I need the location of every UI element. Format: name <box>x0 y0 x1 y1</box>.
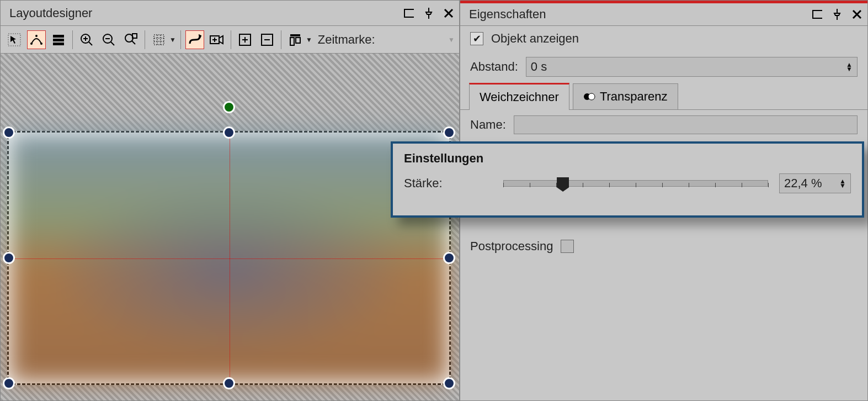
align-dropdown-icon[interactable]: ▼ <box>306 36 312 44</box>
strength-slider[interactable] <box>503 174 768 193</box>
remove-frame-button[interactable] <box>258 30 276 49</box>
window-float-icon[interactable] <box>404 8 414 18</box>
distance-row: Abstand: 0 s ▲▼ <box>460 51 867 82</box>
zoom-fit-button[interactable] <box>121 30 140 49</box>
strength-label: Stärke: <box>404 176 492 191</box>
resize-handle-mr[interactable] <box>443 252 455 264</box>
distance-field[interactable]: 0 s ▲▼ <box>526 57 858 77</box>
toolbar-separator <box>231 30 231 49</box>
strength-row: Stärke: 22,4 % ▲▼ <box>404 173 851 193</box>
layoutdesigner-header: Layoutdesigner <box>1 1 459 26</box>
svg-point-2 <box>30 43 33 45</box>
settings-popup-title: Einstellungen <box>404 151 851 166</box>
distance-label: Abstand: <box>470 60 518 74</box>
spinner-arrows-icon[interactable]: ▲▼ <box>846 62 853 71</box>
toolbar-overflow-icon[interactable]: ▼ <box>448 36 455 44</box>
motion-path-button[interactable] <box>185 30 204 49</box>
toolbar-separator <box>145 30 145 49</box>
add-frame-button[interactable] <box>236 30 254 49</box>
resize-handle-tc[interactable] <box>223 126 235 139</box>
properties-title: Eigenschaften <box>469 7 546 22</box>
resize-handle-tl[interactable] <box>3 126 15 139</box>
close-icon[interactable] <box>444 8 454 18</box>
pin-icon[interactable] <box>832 9 842 19</box>
layers-tool-button[interactable] <box>49 30 68 49</box>
window-float-icon[interactable] <box>812 9 822 19</box>
tab-transparenz[interactable]: Transparenz <box>573 83 678 109</box>
rotation-handle[interactable] <box>223 101 235 113</box>
toolbar-separator <box>180 30 181 49</box>
effect-tabs: Weichzeichner Transparenz <box>460 82 867 110</box>
transparency-icon <box>583 92 595 102</box>
name-row: Name: <box>460 110 867 140</box>
grid-button[interactable] <box>150 30 168 49</box>
postprocessing-checkbox[interactable] <box>561 240 574 253</box>
tab-transparenz-label: Transparenz <box>600 89 668 104</box>
slider-ticks <box>503 183 768 188</box>
zoom-in-button[interactable] <box>77 30 96 49</box>
properties-window-controls <box>812 9 862 19</box>
resize-handle-bl[interactable] <box>3 377 15 389</box>
svg-point-20 <box>588 93 595 100</box>
svg-rect-15 <box>290 34 300 36</box>
camera-button[interactable] <box>207 30 226 49</box>
postprocessing-label: Postprocessing <box>470 239 553 254</box>
strength-value-field[interactable]: 22,4 % ▲▼ <box>779 173 851 193</box>
svg-point-4 <box>35 35 38 37</box>
show-object-checkbox[interactable]: ✔ <box>470 32 483 45</box>
show-object-row: ✔ Objekt anzeigen <box>460 26 867 51</box>
svg-rect-18 <box>813 10 822 18</box>
selected-object[interactable] <box>7 131 451 385</box>
resize-handle-br[interactable] <box>443 377 455 389</box>
layoutdesigner-title: Layoutdesigner <box>9 6 92 20</box>
center-guide-vertical <box>230 133 230 383</box>
timemark-label: Zeitmarke: <box>318 33 375 47</box>
align-button[interactable] <box>286 30 305 49</box>
toolbar-separator <box>72 30 73 49</box>
svg-rect-5 <box>53 35 64 38</box>
toolbar-separator <box>281 30 281 49</box>
postprocessing-row: Postprocessing <box>460 234 867 259</box>
svg-rect-17 <box>296 38 300 43</box>
settings-popup[interactable]: Einstellungen Stärke: 22,4 % ▲▼ <box>391 141 864 218</box>
name-label: Name: <box>470 118 506 132</box>
grid-dropdown-icon[interactable]: ▼ <box>169 36 176 44</box>
layoutdesigner-toolbar: ▼ ▼ Zeitmarke: ▼ <box>1 26 459 54</box>
center-guide-horizontal <box>9 258 449 259</box>
canvas-area[interactable] <box>1 54 459 400</box>
resize-handle-tr[interactable] <box>443 126 455 139</box>
svg-point-3 <box>40 43 42 45</box>
svg-rect-1 <box>8 34 20 46</box>
tab-weichzeichner-label: Weichzeichner <box>480 90 559 104</box>
name-input[interactable] <box>514 115 858 134</box>
properties-header: Eigenschaften <box>460 1 867 26</box>
svg-rect-6 <box>53 39 64 41</box>
zoom-out-button[interactable] <box>99 30 118 49</box>
path-tool-button[interactable] <box>27 30 46 49</box>
svg-rect-16 <box>290 38 294 45</box>
blurred-image-preview <box>9 133 449 383</box>
pin-icon[interactable] <box>424 8 434 18</box>
layoutdesigner-window-controls <box>404 8 454 18</box>
resize-handle-bc[interactable] <box>223 377 235 389</box>
close-icon[interactable] <box>852 9 862 19</box>
tab-weichzeichner[interactable]: Weichzeichner <box>469 83 569 110</box>
svg-rect-7 <box>53 43 64 45</box>
svg-rect-0 <box>404 9 414 17</box>
spinner-arrows-icon[interactable]: ▲▼ <box>839 179 846 188</box>
strength-value: 22,4 % <box>784 176 822 191</box>
pointer-tool-button[interactable] <box>5 30 24 49</box>
distance-value: 0 s <box>531 60 547 74</box>
svg-point-10 <box>125 34 133 42</box>
show-object-label: Objekt anzeigen <box>491 31 579 46</box>
resize-handle-ml[interactable] <box>3 252 15 264</box>
